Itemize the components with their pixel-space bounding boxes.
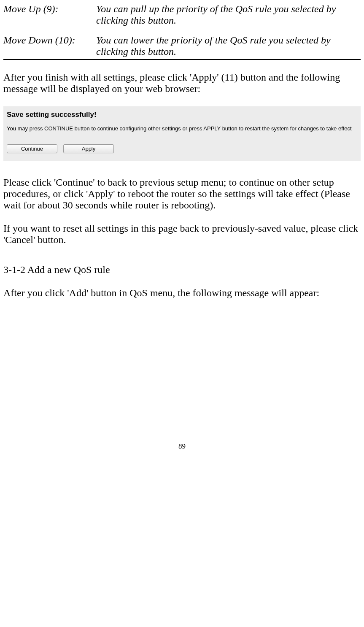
section-heading: 3-1-2 Add a new QoS rule (3, 264, 361, 276)
definition-row: Move Up (9): You can pull up the priorit… (3, 3, 361, 26)
body-paragraph: Please click 'Continue' to back to previ… (3, 177, 361, 211)
page-number: 89 (3, 442, 361, 451)
definition-description: You can pull up the priority of the QoS … (96, 3, 361, 26)
body-paragraph: After you finish with all settings, plea… (3, 72, 361, 95)
definition-term: Move Down (10): (3, 35, 96, 46)
continue-button[interactable]: Continue (7, 144, 57, 153)
dialog-text: You may press CONTINUE button to continu… (7, 125, 357, 132)
save-success-dialog: Save setting successfully! You may press… (3, 106, 361, 161)
definition-term: Move Up (9): (3, 3, 96, 15)
apply-button[interactable]: Apply (63, 144, 114, 153)
definition-row: Move Down (10): You can lower the priori… (3, 35, 361, 57)
dialog-button-row: Continue Apply (7, 144, 357, 153)
body-paragraph: After you click 'Add' button in QoS menu… (3, 287, 361, 299)
body-paragraph: If you want to reset all settings in thi… (3, 223, 361, 246)
definitions-block: Move Up (9): You can pull up the priorit… (3, 3, 361, 57)
dialog-title: Save setting successfully! (7, 111, 357, 119)
definition-description: You can lower the priority of the QoS ru… (96, 35, 361, 57)
divider (3, 59, 361, 60)
